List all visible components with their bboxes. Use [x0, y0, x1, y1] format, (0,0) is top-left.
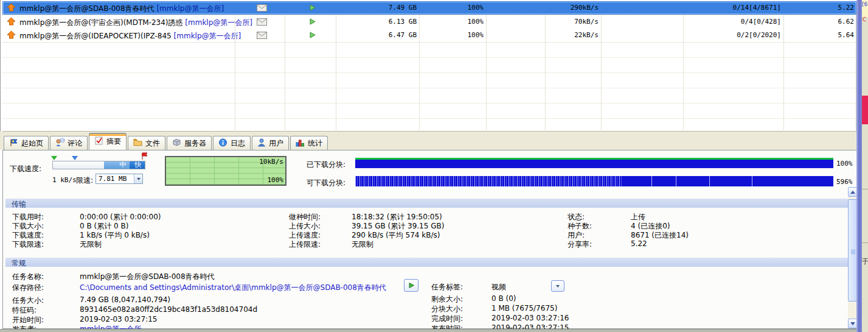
folder-icon	[133, 138, 142, 148]
message-icon[interactable]	[237, 4, 286, 13]
download-speed-label: 下载速度:	[10, 164, 41, 174]
speed-slider[interactable]: 中 快	[52, 161, 145, 169]
field-label: 下载限速:	[12, 239, 44, 250]
comment-icon	[55, 138, 64, 149]
task-row[interactable]: mmklp@第一会所@(IDEAPOCKET)(IPZ-845 [mmklp@第…	[2, 29, 856, 42]
task-ratio: 6.62	[785, 18, 854, 26]
transfer-section-header: 传输	[5, 199, 848, 208]
tab-label: 日志	[231, 138, 245, 149]
field-value: 无限制	[352, 239, 373, 250]
field-value: 2019-02-03 03:27:16	[491, 314, 569, 322]
task-progress: 100%	[421, 4, 484, 12]
task-tag-value: 视频	[491, 282, 506, 292]
save-path-link[interactable]: C:\Documents and Settings\Administrator\…	[80, 283, 386, 293]
summary-panel: 下载速度: 中 快 1 kB/s 限速: 7.81 MB 10kB/s 100%…	[2, 150, 858, 329]
field-value: 1 MB (7675/7675)	[491, 304, 557, 313]
field-value: 无限制	[80, 239, 102, 250]
upload-arrow-icon	[7, 3, 16, 13]
speed-limit-select[interactable]: 7.81 MB	[95, 174, 143, 184]
message-icon[interactable]	[237, 32, 286, 41]
field-label: 任务标签:	[431, 282, 463, 292]
downloaded-pieces-value: 100%	[836, 160, 853, 168]
slider-marker-blue[interactable]	[72, 156, 78, 160]
task-row[interactable]: mmklp@第一会所@(宇宙企画)(MDTM-234)誘惑 [mmklp@第一会…	[2, 15, 856, 29]
bitcomet-window: mmklp@第一会所@SDAB-008青春時代 [mmklp@第一会所] 7.4…	[0, 0, 868, 332]
chart-icon	[296, 138, 305, 149]
task-name: mmklp@第一会所@SDAB-008青春時代 [mmklp@第一会所]	[19, 4, 224, 14]
play-icon[interactable]	[286, 31, 338, 41]
general-section-header: 常规	[5, 258, 848, 267]
info-icon	[218, 138, 227, 149]
field-value: 2019-02-03 03:27:15	[80, 315, 157, 323]
task-ratio: 5.64	[785, 31, 854, 39]
play-icon[interactable]	[286, 4, 338, 13]
limit-flag-icon	[141, 152, 148, 162]
tab-label: 服务器	[184, 138, 206, 149]
task-size: 6.47 GB	[338, 31, 417, 39]
server-icon	[172, 138, 181, 148]
upload-arrow-icon	[7, 30, 16, 41]
window-border	[856, 0, 862, 332]
summary-check-icon	[94, 136, 103, 147]
task-speed: 70kB/s	[547, 18, 599, 26]
user-icon	[257, 138, 266, 149]
tab-summary[interactable]: 摘要	[89, 133, 127, 150]
tab-log[interactable]: 日志	[213, 136, 251, 150]
tab-stats[interactable]: 统计	[290, 136, 328, 150]
current-speed-value: 1 kB/s	[52, 176, 77, 184]
task-list: mmklp@第一会所@SDAB-008青春時代 [mmklp@第一会所] 7.4…	[0, 0, 857, 132]
tab-files[interactable]: 文件	[128, 136, 165, 150]
background-window-strip: [6 C 于	[856, 0, 868, 332]
slider-marker-green[interactable]	[51, 156, 57, 160]
task-speed: 290kB/s	[547, 4, 599, 12]
tab-label: 用户	[269, 138, 283, 149]
task-row[interactable]: mmklp@第一会所@SDAB-008青春時代 [mmklp@第一会所] 7.4…	[2, 1, 856, 15]
slider-fast-label: 快	[130, 161, 145, 169]
field-label: 任务名称:	[12, 272, 44, 282]
message-icon[interactable]	[237, 18, 286, 27]
info-hash-value: 8931465e082a80ff2dc19bc483f1a53d8104704d	[80, 305, 257, 314]
field-label: 分块大小:	[431, 304, 463, 314]
field-value: 0 B (0)	[491, 294, 516, 303]
field-label: 任务大小:	[12, 295, 44, 306]
task-progress: 100%	[421, 31, 484, 39]
field-label: 特征码:	[12, 305, 36, 316]
field-value: 7.49 GB (8,047,140,794)	[80, 295, 170, 304]
speed-graph: 10kB/s 100%	[165, 156, 286, 186]
background-text-fragment: [6	[862, 1, 867, 7]
tab-label: 文件	[145, 138, 160, 149]
upload-arrow-icon	[7, 17, 16, 27]
downloaded-pieces-bar	[355, 158, 833, 168]
field-label: 分享率:	[568, 239, 592, 250]
task-progress: 100%	[421, 18, 484, 26]
available-pieces-value: 596%	[836, 178, 853, 186]
task-name: mmklp@第一会所@(宇宙企画)(MDTM-234)誘惑 [mmklp@第一会…	[19, 18, 252, 28]
field-label: 完成时间:	[431, 314, 463, 324]
open-folder-button[interactable]	[404, 279, 418, 292]
tab-label: 统计	[308, 138, 322, 149]
tab-start-page[interactable]: 起始页	[4, 136, 49, 150]
task-speed: 22kB/s	[547, 31, 599, 39]
background-text-fragment: 于	[862, 257, 868, 266]
available-pieces-label: 可下载分块:	[269, 178, 345, 188]
tab-label: 摘要	[106, 136, 121, 147]
task-peers: 0/14[4/8671]	[685, 4, 781, 12]
task-size: 6.13 GB	[338, 18, 417, 26]
dropdown-arrow-icon	[134, 174, 142, 183]
tab-comments[interactable]: 评论	[50, 136, 88, 150]
task-size: 7.49 GB	[338, 4, 417, 12]
window-bottom-edge	[0, 329, 856, 332]
task-tag-dropdown-button[interactable]	[551, 280, 564, 292]
tab-users[interactable]: 用户	[252, 136, 289, 150]
limit-label: 限速:	[76, 175, 93, 186]
available-pieces-bar	[355, 176, 833, 186]
speed-limit-value: 7.81 MB	[96, 175, 134, 183]
background-text-fragment: C	[863, 16, 866, 23]
task-ratio: 5.22	[785, 4, 854, 12]
play-icon[interactable]	[286, 18, 338, 27]
field-label: 剩余大小:	[431, 294, 463, 305]
field-value: 5.22	[631, 239, 647, 248]
start-page-icon	[9, 138, 18, 149]
field-label: 保存路径:	[12, 283, 44, 293]
tab-servers[interactable]: 服务器	[167, 136, 212, 150]
